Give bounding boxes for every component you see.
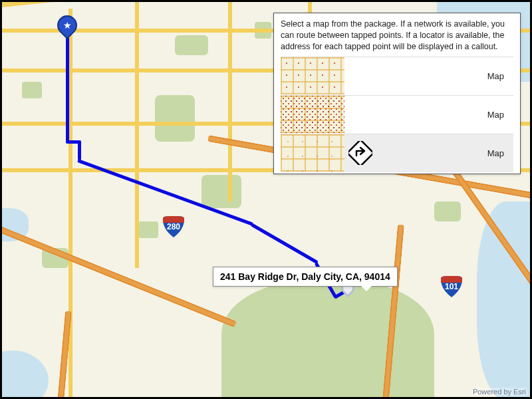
address-callout[interactable]: 241 Bay Ridge Dr, Daly City, CA, 94014 [213,267,398,287]
park [138,221,158,238]
road [228,2,232,201]
shield-label: 280 [167,222,180,231]
route-segment [66,140,79,144]
map-canvas[interactable]: 280 101 ★ 241 Bay Ridge Dr, Daly City, C… [2,2,530,397]
park [201,175,241,208]
star-icon: ★ [63,20,72,31]
callout-address: 241 Bay Ridge Dr, Daly City, CA, 94014 [220,271,390,282]
road [2,2,333,7]
map-thumbnail-icon [281,134,344,172]
picker-hint: Select a map from the package. If a netw… [281,19,513,53]
shield-label: 101 [445,282,458,291]
route-start-pin[interactable]: ★ [53,11,81,39]
svg-rect-0 [348,141,372,165]
water-body [2,350,49,397]
route-segment [251,223,319,264]
highway-shield-101: 101 [440,275,464,299]
map-option-label: Map [487,110,513,120]
highway-shield-280: 280 [162,215,186,239]
map-attribution: Powered by Esri [471,388,527,396]
map-option-2[interactable]: Map [281,134,513,172]
park [434,201,461,221]
map-option-0[interactable]: Map [281,57,513,95]
park [221,281,434,397]
water-body [477,201,530,397]
map-thumbnail-icon [281,96,344,133]
highway [2,221,237,327]
route-segment [78,140,81,160]
park [175,35,208,55]
road [135,2,139,268]
park [155,95,195,142]
route-segment [66,35,69,142]
turn-arrow-icon [348,141,372,165]
map-option-1[interactable]: Map [281,95,513,134]
park [22,82,42,98]
map-option-label: Map [487,71,513,81]
map-thumbnail-icon [281,57,344,94]
map-picker-panel: Select a map from the package. If a netw… [273,13,521,174]
map-option-label: Map [487,148,513,158]
